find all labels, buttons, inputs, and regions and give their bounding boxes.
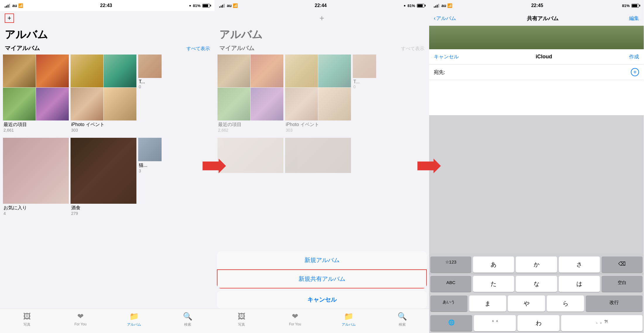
album-item-fav[interactable]: お気に入り 4 [3, 138, 69, 216]
key-punctuation[interactable]: 、。?! [561, 315, 643, 331]
key-a[interactable]: あ [473, 256, 514, 273]
tab-album-2[interactable]: 📁 アルバム [340, 312, 357, 327]
album-count-t: 0 [138, 84, 162, 89]
album-item-iphoto[interactable]: iPhoto イベント 303 [71, 55, 136, 132]
to-input[interactable] [448, 69, 631, 75]
album-thumb-neko [138, 138, 162, 161]
tab-search-2[interactable]: 🔍 検索 [393, 312, 411, 327]
page-title-1: アルバム [0, 25, 215, 43]
tab-foryou-1[interactable]: ❤ For You [72, 312, 89, 326]
keyboard-row-special: ☆123 あ か さ ⌫ [429, 254, 644, 274]
tab-foryou-2[interactable]: ❤ For You [286, 312, 304, 326]
cancel-action-button[interactable]: キャンセル [217, 291, 427, 309]
battery-icon-1 [202, 4, 210, 8]
delete-key[interactable]: ⌫ [602, 256, 643, 273]
key-ra[interactable]: ら [547, 295, 584, 312]
plus-gray-icon[interactable]: + [319, 13, 324, 23]
carrier-3: au [441, 3, 446, 8]
icloud-cancel-button[interactable]: キャンセル [434, 53, 459, 60]
album-count-fav: 4 [3, 211, 69, 216]
key-aiueo[interactable]: あいう [430, 295, 467, 312]
album-name-recent-2: 最近の項目 [217, 122, 283, 128]
album-row-2b [215, 135, 429, 175]
key-caret[interactable]: ＾＾ [474, 315, 516, 331]
tab-photo-label-1: 写真 [23, 322, 30, 327]
album-item-sake[interactable]: 酒食 279 [71, 138, 136, 216]
search-icon-1: 🔍 [183, 312, 192, 321]
album-item-recent[interactable]: 最近の項目 2,661 [3, 55, 69, 132]
add-album-button[interactable]: + [5, 13, 14, 23]
wifi-3: 📶 [447, 3, 452, 8]
status-bar-3: au 📶 22:45 81% [429, 0, 644, 11]
to-label: 宛先: [434, 69, 445, 76]
key-wa[interactable]: わ [518, 315, 559, 331]
keyboard-row-4: 🌐 ＾＾ わ 、。?! [429, 313, 644, 333]
album-count-neko: 3 [138, 169, 162, 173]
tab-photo-1[interactable]: 🖼 写真 [18, 312, 36, 327]
album-item-t[interactable]: T... 0 [138, 55, 162, 132]
heart-icon-1: ❤ [77, 312, 84, 321]
status-right-1: ● 81% [189, 4, 210, 8]
status-right-2: ● 81% [404, 4, 424, 8]
edit-button-3[interactable]: 編集 [629, 15, 639, 22]
photo-icon-1: 🖼 [23, 312, 31, 321]
battery-icon-2 [417, 4, 424, 8]
album-thumb-sake [71, 138, 136, 204]
key-ma[interactable]: ま [469, 295, 506, 312]
tab-bar-1: 🖼 写真 ❤ For You 📁 アルバム 🔍 検索 [0, 309, 215, 333]
tab-album-label-1: アルバム [127, 322, 141, 327]
tab-photo-2[interactable]: 🖼 写真 [233, 312, 250, 327]
album-thumb-iphoto [71, 55, 136, 120]
icloud-create-button[interactable]: 作成 [629, 53, 639, 60]
status-left-1: au 📶 [5, 3, 23, 8]
battery-pct-2: 81% [407, 4, 415, 8]
status-right-3: 81% [622, 4, 639, 8]
return-key[interactable]: 改行 [586, 295, 643, 312]
key-space[interactable]: 空白 [602, 276, 643, 292]
key-abc[interactable]: ABC [430, 276, 471, 292]
key-globe[interactable]: 🌐 [430, 315, 472, 331]
key-ha[interactable]: は [559, 276, 600, 292]
key-sa[interactable]: さ [559, 256, 600, 273]
status-left-2: au 📶 [219, 3, 238, 8]
key-ya[interactable]: や [508, 295, 545, 312]
album-item-neko[interactable]: 猫... 3 [138, 138, 162, 216]
new-album-button[interactable]: 新規アルバム [217, 251, 427, 269]
show-all-link-1[interactable]: すべて表示 [186, 46, 210, 52]
album-name-iphoto: iPhoto イベント [71, 122, 136, 128]
album-count-sake: 279 [71, 211, 136, 216]
icloud-dialog: キャンセル iCloud 作成 宛先: + [429, 49, 644, 115]
album-row-2: お気に入り 4 酒食 279 猫... 3 [0, 135, 215, 219]
screen3-title: 共有アルバム [527, 15, 559, 22]
album-name-t: T... [138, 79, 162, 84]
time-3: 22:45 [531, 3, 543, 8]
tab-album-1[interactable]: 📁 アルバム [125, 312, 143, 327]
key-ta[interactable]: た [473, 276, 514, 292]
key-ka[interactable]: か [516, 256, 557, 273]
screen-2: au 📶 22:44 ● 81% + アルバム マイアルバム すべて表示 [215, 0, 429, 333]
battery-icon-3 [631, 4, 639, 8]
carrier-2: au [227, 3, 232, 8]
location-2: ● [404, 4, 406, 8]
back-button-3[interactable]: ‹ アルバム [434, 15, 456, 22]
nav-bar-3: ‹ アルバム 共有アルバム 編集 [429, 11, 644, 26]
photo-icon-2: 🖼 [238, 312, 245, 321]
album-count-recent-2: 2,662 [217, 128, 283, 132]
keyboard-row-3: あいう ま や ら 改行 [429, 294, 644, 313]
show-all-link-2: すべて表示 [401, 46, 424, 52]
album-name-recent: 最近の項目 [3, 122, 69, 128]
action-sheet-content: 新規アルバム 新規共有アルバム [217, 251, 427, 288]
icloud-title: iCloud [459, 54, 629, 60]
key-special-123[interactable]: ☆123 [430, 256, 471, 273]
signal-bars-3 [434, 4, 439, 8]
battery-pct-1: 81% [193, 4, 201, 8]
tab-search-1[interactable]: 🔍 検索 [179, 312, 196, 327]
time-2: 22:44 [315, 3, 327, 8]
new-shared-album-button[interactable]: 新規共有アルバム [217, 269, 427, 288]
album-thumb-recent-2 [217, 55, 283, 120]
add-recipient-button[interactable]: + [631, 68, 639, 76]
photo-bg-area [429, 26, 644, 49]
key-na[interactable]: な [516, 276, 557, 292]
album-thumb-iphoto-2 [285, 55, 351, 120]
battery-pct-3: 81% [622, 4, 630, 8]
